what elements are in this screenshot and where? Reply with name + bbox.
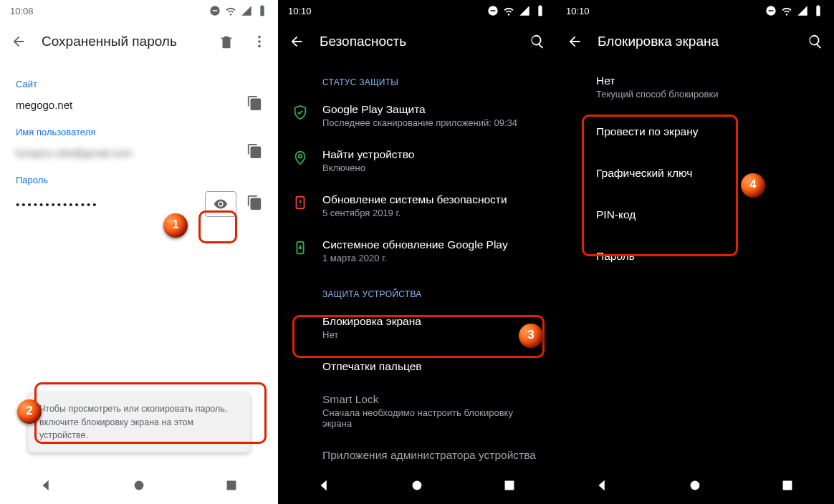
toast-message: Чтобы просмотреть или скопировать пароль… <box>28 392 250 452</box>
row-secondary: Сначала необходимо настроить блокировку … <box>322 407 542 429</box>
site-label: Сайт <box>16 79 262 89</box>
row-fingerprints[interactable]: Отпечатки пальцев <box>278 350 556 383</box>
delete-button[interactable] <box>216 32 236 52</box>
appbar-title: Сохраненный пароль <box>42 34 203 49</box>
status-icons <box>765 5 824 16</box>
navigation-bar <box>556 470 834 504</box>
app-bar: Сохраненный пароль <box>0 21 278 62</box>
annotation-marker-1: 1 <box>163 213 188 238</box>
nav-recent-icon[interactable] <box>224 478 239 496</box>
navigation-bar <box>278 470 556 504</box>
row-primary: Найти устройство <box>322 148 414 161</box>
svg-point-3 <box>135 481 144 490</box>
row-primary: Приложения администратора устройства <box>322 449 536 462</box>
svg-point-0 <box>258 36 261 39</box>
row-primary: Блокировка экрана <box>322 315 421 328</box>
nav-back-icon[interactable] <box>595 478 610 496</box>
row-primary: Обновление системы безопасности <box>322 193 507 206</box>
nav-back-icon[interactable] <box>317 478 332 496</box>
row-secondary: 5 сентября 2019 г. <box>322 208 507 218</box>
back-button[interactable] <box>287 32 307 52</box>
nav-home-icon[interactable] <box>409 478 425 496</box>
copy-site-button[interactable] <box>246 95 262 114</box>
shield-check-icon <box>292 105 308 120</box>
battery-icon <box>813 5 824 16</box>
app-bar: Безопасность <box>278 21 556 62</box>
row-find-device[interactable]: Найти устройство Включено <box>278 138 556 183</box>
phone-saved-password: 10:08 Сохраненный пароль Сайт megogo.net… <box>0 0 278 504</box>
lock-option-pin[interactable]: PIN-код <box>556 194 834 236</box>
status-bar: 10:10 <box>556 0 834 21</box>
battery-icon <box>257 5 268 16</box>
do-not-disturb-icon <box>209 5 221 16</box>
nav-recent-icon[interactable] <box>780 478 795 496</box>
svg-rect-4 <box>227 481 236 490</box>
wifi-icon <box>225 5 236 16</box>
svg-rect-12 <box>783 481 792 490</box>
current-lock-method: Нет Текущий способ блокировки <box>556 62 834 108</box>
row-primary: Google Play Защита <box>322 103 517 116</box>
password-value: •••••••••••••• <box>16 198 99 210</box>
status-time: 10:08 <box>10 6 34 16</box>
phone-screen-lock: 10:10 Блокировка экрана Нет Текущий спос… <box>556 0 834 504</box>
system-update-icon <box>292 240 308 256</box>
location-pin-icon <box>292 150 308 165</box>
signal-icon <box>241 5 252 16</box>
nav-recent-icon[interactable] <box>502 478 517 496</box>
svg-point-9 <box>413 481 422 490</box>
back-button[interactable] <box>565 32 585 52</box>
battery-icon <box>535 5 546 16</box>
navigation-bar <box>0 470 278 504</box>
row-secondary: Последнее сканирование приложений: 09:34 <box>322 117 517 128</box>
site-value: megogo.net <box>16 99 72 111</box>
do-not-disturb-icon <box>487 5 499 16</box>
signal-icon <box>519 5 530 16</box>
back-button[interactable] <box>9 32 29 52</box>
nav-home-icon[interactable] <box>131 478 147 496</box>
overflow-menu-button[interactable] <box>249 32 269 52</box>
svg-point-2 <box>258 45 261 48</box>
phone-security-settings: 10:10 Безопасность СТАТУС ЗАЩИТЫ Google … <box>278 0 556 504</box>
appbar-title: Безопасность <box>320 34 514 49</box>
row-primary: Отпечатки пальцев <box>322 360 422 373</box>
current-lock-primary: Нет <box>596 74 818 87</box>
row-play-system-update[interactable]: Системное обновление Google Play 1 марта… <box>278 228 556 273</box>
row-primary: Системное обновление Google Play <box>322 238 508 251</box>
nav-back-icon[interactable] <box>39 478 54 496</box>
row-secondary: 1 марта 2020 г. <box>322 253 508 263</box>
status-icons <box>209 5 268 16</box>
copy-username-button[interactable] <box>246 143 262 162</box>
username-label: Имя пользователя <box>16 127 262 137</box>
app-bar: Блокировка экрана <box>556 21 834 62</box>
row-smart-lock: Smart Lock Сначала необходимо настроить … <box>278 383 556 439</box>
wifi-icon <box>503 5 514 16</box>
svg-point-7 <box>299 205 301 206</box>
section-header-device-protection: ЗАЩИТА УСТРОЙСТВА <box>278 273 556 305</box>
search-button[interactable] <box>805 32 825 52</box>
row-screen-lock[interactable]: Блокировка экрана Нет <box>278 305 556 350</box>
svg-point-11 <box>691 481 700 490</box>
row-play-protect[interactable]: Google Play Защита Последнее сканировани… <box>278 93 556 138</box>
reveal-password-button[interactable] <box>205 191 236 217</box>
nav-home-icon[interactable] <box>687 478 703 496</box>
svg-rect-10 <box>505 481 514 490</box>
wifi-icon <box>781 5 792 16</box>
lock-option-swipe[interactable]: Провести по экрану <box>556 111 834 152</box>
password-label: Пароль <box>16 175 262 185</box>
status-bar: 10:08 <box>0 0 278 21</box>
alert-icon <box>292 195 308 210</box>
row-security-update[interactable]: Обновление системы безопасности 5 сентяб… <box>278 183 556 228</box>
row-secondary: Включено <box>322 163 414 173</box>
section-header-protection-status: СТАТУС ЗАЩИТЫ <box>278 62 556 93</box>
lock-option-password[interactable]: Пароль <box>556 236 834 277</box>
status-bar: 10:10 <box>278 0 556 21</box>
username-value: lumpico.site@gmail.com <box>16 147 133 159</box>
row-primary: Smart Lock <box>322 393 542 406</box>
lock-option-pattern[interactable]: Графический ключ <box>556 152 834 194</box>
status-icons <box>487 5 546 16</box>
search-button[interactable] <box>527 32 547 52</box>
row-secondary: Нет <box>322 329 421 340</box>
svg-point-1 <box>258 40 261 43</box>
copy-password-button[interactable] <box>246 195 262 213</box>
status-time: 10:10 <box>288 6 312 16</box>
